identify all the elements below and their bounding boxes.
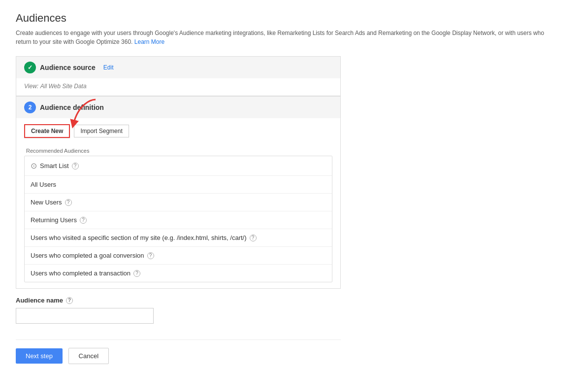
audience-name-label: Audience name ? <box>16 297 341 304</box>
next-step-button[interactable]: Next step <box>16 348 63 364</box>
step2-circle: 2 <box>24 101 36 113</box>
help-icon: ? <box>65 199 72 206</box>
help-icon: ? <box>147 252 154 259</box>
audience-item-label: Users who completed a goal conversion <box>31 252 144 259</box>
list-item[interactable]: New Users ? <box>25 194 332 211</box>
list-item[interactable]: All Users <box>25 176 332 194</box>
list-item[interactable]: Users who completed a transaction ? <box>25 265 332 282</box>
smart-list-icon: ⊙ <box>31 161 37 170</box>
step1-view-value: All Web Site Data <box>40 83 87 90</box>
actions-row: Next step Cancel <box>16 339 341 364</box>
audience-item-label: New Users <box>31 199 62 206</box>
step2-title: Audience definition <box>40 103 104 111</box>
step1-circle: ✓ <box>24 62 36 73</box>
help-icon: ? <box>72 163 79 169</box>
page-subtitle: Create audiences to engage with your use… <box>16 29 557 46</box>
list-item[interactable]: Users who completed a goal conversion ? <box>25 247 332 265</box>
list-item[interactable]: ⊙ Smart List ? <box>25 156 332 176</box>
audience-item-label: Users who visited a specific section of … <box>31 234 247 241</box>
import-segment-button[interactable]: Import Segment <box>74 125 129 137</box>
buttons-container: Create New Import Segment <box>24 124 332 138</box>
audience-item-label: Returning Users <box>31 216 77 224</box>
step1-edit-link[interactable]: Edit <box>103 64 114 71</box>
audience-item-label: Users who completed a transaction <box>31 270 131 277</box>
step2-wrapper: 2 Audience definition Create New Import <box>16 96 572 289</box>
audience-item-label: Smart List <box>40 162 69 169</box>
audience-source-header: ✓ Audience source Edit <box>16 57 340 78</box>
audience-name-help-icon: ? <box>66 297 73 304</box>
help-icon: ? <box>80 217 87 224</box>
audience-def-body: Create New Import Segment Recommended Au… <box>16 118 340 288</box>
step1-view-label: View: <box>24 83 38 90</box>
list-item[interactable]: Returning Users ? <box>25 211 332 229</box>
audience-def-card: 2 Audience definition Create New Import <box>16 96 341 289</box>
audience-item-label: All Users <box>31 181 56 188</box>
step1-title: Audience source <box>40 64 96 71</box>
create-new-button[interactable]: Create New <box>24 124 70 138</box>
recommended-audiences-header: Recommended Audiences <box>24 144 332 156</box>
audience-source-body: View: All Web Site Data <box>16 78 340 96</box>
cancel-button[interactable]: Cancel <box>68 348 109 364</box>
audience-name-section: Audience name ? <box>16 289 341 332</box>
help-icon: ? <box>133 270 140 277</box>
audience-list: ⊙ Smart List ? All Users New Users ? Ret… <box>24 156 332 282</box>
page-title: Audiences <box>16 12 572 25</box>
list-item[interactable]: Users who visited a specific section of … <box>25 229 332 247</box>
help-icon: ? <box>250 235 257 241</box>
audience-source-card: ✓ Audience source Edit View: All Web Sit… <box>16 56 341 96</box>
audience-name-input[interactable] <box>16 308 154 324</box>
learn-more-link[interactable]: Learn More <box>134 38 164 45</box>
audience-def-header: 2 Audience definition <box>16 97 340 118</box>
